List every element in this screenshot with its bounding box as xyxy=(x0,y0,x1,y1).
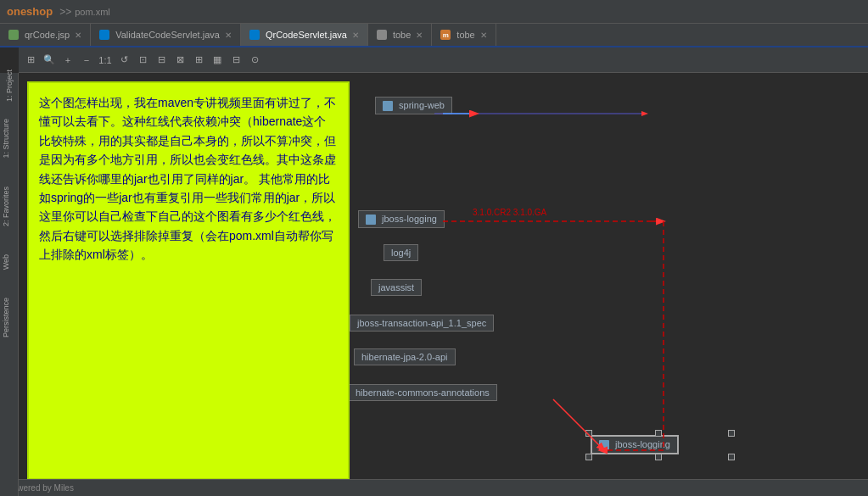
tab-close-1[interactable]: ✕ xyxy=(225,31,232,40)
tab-close-3[interactable]: ✕ xyxy=(416,31,423,40)
annotation-box: 这个图怎样出现，我在maven专讲视频里面有讲过了，不懂可以去看下。这种红线代表… xyxy=(27,81,350,479)
tab-tobe[interactable]: tobe ✕ xyxy=(368,24,432,46)
node-icon-spring-web xyxy=(383,101,393,111)
tab-bar: qrCode.jsp ✕ ValidateCodeServlet.java ✕ … xyxy=(0,24,868,47)
toolbar-btn-search[interactable]: 🔍 xyxy=(41,52,58,69)
node-jboss-logging-left[interactable]: jboss-logging xyxy=(358,210,445,228)
node-spring-web[interactable]: spring-web xyxy=(375,97,452,114)
node-icon-jboss-right xyxy=(599,440,609,450)
tab-close-0[interactable]: ✕ xyxy=(75,31,81,40)
sidebar-structure[interactable]: 1: Structure xyxy=(2,119,17,161)
tab-m-tobe[interactable]: m tobe ✕ xyxy=(432,24,496,46)
selection-handle-br xyxy=(728,454,735,460)
app-logo: oneshop xyxy=(7,5,53,18)
node-icon-jboss-left xyxy=(366,215,376,225)
jsp-icon xyxy=(8,30,19,40)
title-bar: oneshop >> pom.xml xyxy=(0,0,868,24)
toolbar-btn-zoom-in[interactable]: + xyxy=(59,52,76,69)
toolbar-btn-zoom-out[interactable]: − xyxy=(78,52,95,69)
node-jboss-logging-right[interactable]: jboss-logging xyxy=(591,436,678,454)
sidebar-favorites[interactable]: 2: Favorites xyxy=(2,187,17,229)
annotation-text: 这个图怎样出现，我在maven专讲视频里面有讲过了，不懂可以去看下。这种红线代表… xyxy=(39,96,336,261)
toolbar-btn-box3[interactable]: ⊞ xyxy=(190,52,207,69)
toolbar-btn-reset[interactable]: ↺ xyxy=(115,52,132,69)
selection-handle-bl xyxy=(585,454,592,460)
selection-handle-bm xyxy=(655,454,662,460)
tab-qrcode-jsp[interactable]: qrCode.jsp ✕ xyxy=(0,24,91,46)
toolbar-btn-circle[interactable]: ⊙ xyxy=(246,52,263,69)
toolbar-btn-minus2[interactable]: ⊟ xyxy=(227,52,244,69)
node-log4j[interactable]: log4j xyxy=(384,244,418,261)
structure-label: 1: Structure xyxy=(2,119,10,159)
node-javassist[interactable]: javassist xyxy=(371,279,422,296)
left-sidebar: 1: Project 1: Structure 2: Favorites Web… xyxy=(0,73,19,496)
toolbar-btn-box1[interactable]: ⊟ xyxy=(153,52,170,69)
tobe-icon xyxy=(377,30,387,40)
toolbar-btn-grid2[interactable]: ▦ xyxy=(209,52,226,69)
node-hibernate-jpa[interactable]: hibernate-jpa-2.0-api xyxy=(354,348,456,365)
java-icon-qr xyxy=(249,30,260,40)
node-jboss-transaction[interactable]: jboss-transaction-api_1.1_spec xyxy=(350,315,494,332)
node-hibernate-commons[interactable]: hibernate-commons-annotations xyxy=(348,384,497,401)
svg-text:3.1.0.CR2 3.1.0.GA: 3.1.0.CR2 3.1.0.GA xyxy=(473,208,547,217)
project-label: 1: Project xyxy=(5,70,14,102)
tab-validatecode[interactable]: ValidateCodeServlet.java ✕ xyxy=(91,24,241,46)
toolbar-btn-grid[interactable]: ⊞ xyxy=(22,52,39,69)
persistence-label: Persistence xyxy=(2,298,10,337)
sidebar-web[interactable]: Web xyxy=(2,254,17,272)
breadcrumb: pom.xml xyxy=(75,7,110,17)
sidebar-persistence[interactable]: Persistence xyxy=(2,298,17,340)
toolbar-btn-fit[interactable]: ⊡ xyxy=(134,52,151,69)
toolbar-btn-box2[interactable]: ⊠ xyxy=(171,52,188,69)
java-icon-validate xyxy=(99,30,109,40)
favorites-label: 2: Favorites xyxy=(2,187,10,226)
selection-handle-tl xyxy=(585,430,592,437)
tab-close-2[interactable]: ✕ xyxy=(352,31,359,40)
sidebar-project[interactable]: 1: Project xyxy=(2,78,17,93)
m-icon: m xyxy=(440,30,451,40)
toolbar: ⊞ 🔍 + − 1:1 ↺ ⊡ ⊟ ⊠ ⊞ ▦ ⊟ ⊙ xyxy=(19,47,868,73)
web-label: Web xyxy=(2,254,10,270)
selection-handle-tr xyxy=(728,430,735,437)
toolbar-btn-actual[interactable]: 1:1 xyxy=(97,52,114,69)
main-content: 3.1.0.CR2 3.1.0.GA 这个图怎样出现，我在maven专讲视频里面… xyxy=(19,73,853,479)
selection-handle-tm xyxy=(655,430,662,437)
tab-close-4[interactable]: ✕ xyxy=(480,31,487,40)
tab-qrcodeservlet[interactable]: QrCodeServlet.java ✕ xyxy=(241,24,368,46)
status-bar: Powered by Miles xyxy=(0,479,868,496)
